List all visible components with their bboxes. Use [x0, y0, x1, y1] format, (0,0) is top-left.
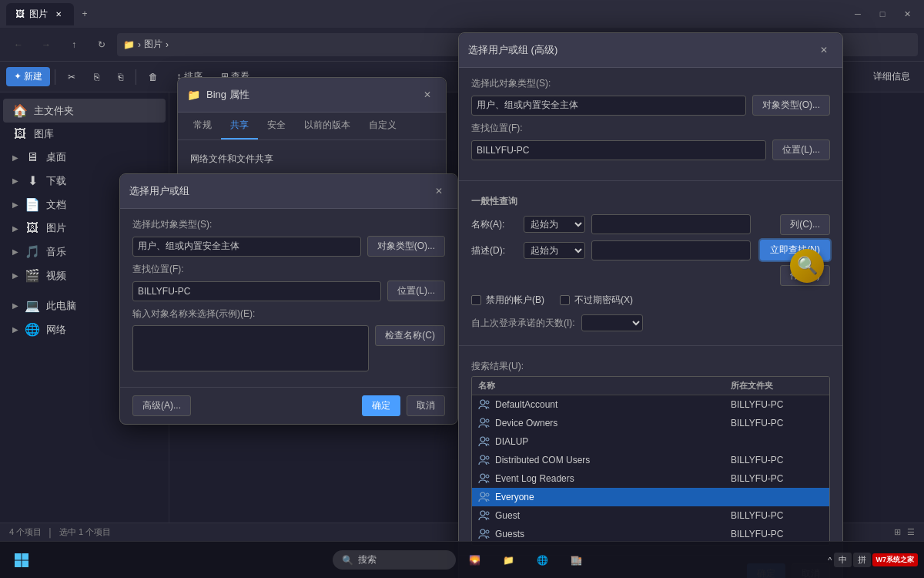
obj-type-row: 对象类型(O)... [132, 236, 445, 257]
desc-field-row: 描述(D): 起始为 [471, 240, 751, 260]
title-controls: ─ □ ✕ [847, 3, 918, 25]
bing-props-tabs: 常规 共享 安全 以前的版本 自定义 [178, 113, 446, 140]
list-btn[interactable]: 列(C)... [780, 214, 830, 235]
delete-btn[interactable]: 🗑 [141, 69, 166, 86]
desc-filter-input[interactable] [591, 240, 751, 260]
refresh-btn[interactable]: ↻ [89, 32, 114, 57]
sidebar-item-desktop[interactable]: ▶ 🖥 桌面 [3, 146, 166, 169]
maximize-btn[interactable]: □ [872, 3, 893, 25]
name-textarea[interactable] [132, 325, 369, 371]
taskbar-left [6, 545, 37, 576]
minimize-btn[interactable]: ─ [847, 3, 869, 25]
details-btn[interactable]: 详细信息 [865, 67, 918, 86]
adv-location-input[interactable] [471, 140, 766, 160]
taskbar-app-1[interactable]: 🌄 [459, 545, 490, 576]
result-row[interactable]: Guest BILLYFU-PC [472, 506, 829, 525]
explorer-tab[interactable]: 🖼 图片 ✕ [6, 3, 74, 25]
tab-security[interactable]: 安全 [258, 113, 295, 139]
advanced-title: 选择用户或组 (高级) [468, 43, 815, 57]
close-btn[interactable]: ✕ [896, 3, 918, 25]
tab-previous[interactable]: 以前的版本 [295, 113, 360, 139]
select-user-small-close-btn[interactable]: ✕ [430, 182, 448, 200]
no-expire-checkbox[interactable] [560, 295, 570, 305]
tab-share[interactable]: 共享 [221, 113, 258, 139]
svg-point-14 [480, 529, 485, 534]
result-row[interactable]: Event Log Readers BILLYFU-PC [472, 469, 829, 488]
obj-type-btn[interactable]: 对象类型(O)... [367, 236, 445, 257]
new-tab-btn[interactable]: + [74, 3, 95, 25]
ok-btn[interactable]: 确定 [362, 395, 400, 416]
bing-props-close-btn[interactable]: ✕ [418, 86, 437, 104]
disabled-acct-row: 禁用的帐户(B) [471, 294, 544, 307]
ime-zh[interactable]: 中 [834, 553, 852, 567]
forward-btn[interactable]: → [34, 32, 59, 57]
check-name-btn[interactable]: 检查名称(C) [375, 325, 445, 346]
up-btn[interactable]: ↑ [62, 32, 86, 57]
ime-pinyin[interactable]: 拼 [853, 553, 871, 567]
svg-point-6 [480, 455, 485, 460]
tab-close-btn[interactable]: ✕ [52, 8, 65, 20]
expand-icon: ▶ [12, 325, 18, 334]
adv-location-row: 位置(L)... [471, 139, 830, 160]
sidebar-item-gallery[interactable]: 🖼 图库 [3, 123, 166, 146]
copy-btn[interactable]: ⎘ [86, 69, 107, 86]
disabled-acct-checkbox[interactable] [471, 295, 481, 305]
svg-point-10 [480, 492, 485, 497]
result-row[interactable]: DIALUP [472, 432, 829, 451]
start-btn[interactable] [6, 545, 37, 576]
tab-custom[interactable]: 自定义 [360, 113, 406, 139]
cut-btn[interactable]: ✂ [60, 69, 83, 86]
result-row[interactable]: Device Owners BILLYFU-PC [472, 414, 829, 432]
tab-general[interactable]: 常规 [184, 113, 221, 139]
result-location-text: BILLYFU-PC [731, 399, 823, 410]
taskbar-app-4[interactable]: 🏬 [561, 545, 591, 576]
sidebar-item-label: 文档 [46, 198, 66, 212]
sidebar-item-label: 桌面 [46, 150, 66, 164]
paste-btn[interactable]: ⎗ [110, 69, 131, 86]
location-label: 查找位置(F): [132, 263, 445, 276]
days-select[interactable] [581, 314, 643, 331]
adv-obj-type-btn[interactable]: 对象类型(O)... [752, 95, 830, 116]
sidebar-item-label: 音乐 [46, 245, 66, 259]
svg-point-1 [486, 401, 489, 404]
sidebar-item-home[interactable]: 🏠 主文件夹 [3, 99, 166, 123]
view-list-icon[interactable]: ☰ [907, 527, 915, 537]
obj-type-input[interactable] [132, 237, 361, 257]
location-btn[interactable]: 位置(L)... [387, 281, 445, 301]
result-row[interactable]: DefaultAccount BILLYFU-PC [472, 395, 829, 414]
taskbar: 🔍 搜索 🌄 📁 🌐 🏬 ^ 中 拼 W7系统之家 [0, 541, 924, 578]
result-name-text: Guest [495, 510, 520, 521]
expand-icon: ▶ [12, 200, 18, 209]
adv-obj-type-input[interactable] [471, 96, 746, 116]
new-btn[interactable]: ✦ 新建 [6, 67, 50, 86]
col-name: 名称 [478, 380, 731, 391]
desc-filter-select[interactable]: 起始为 [524, 242, 585, 259]
taskbar-search[interactable]: 🔍 搜索 [333, 550, 456, 570]
taskbar-app-3[interactable]: 🌐 [527, 545, 557, 576]
downloads-icon: ⬇ [25, 173, 40, 188]
disabled-acct-label: 禁用的帐户(B) [486, 294, 544, 307]
desc-field-label: 描述(D): [471, 244, 517, 257]
location-input[interactable] [132, 281, 381, 301]
adv-location-btn[interactable]: 位置(L)... [772, 139, 830, 160]
name-filter-select[interactable]: 起始为 [524, 216, 585, 233]
cancel-btn[interactable]: 取消 [407, 395, 445, 416]
result-row[interactable]: Distributed COM Users BILLYFU-PC [472, 451, 829, 469]
bing-props-title: Bing 属性 [206, 88, 418, 102]
selected-count: 选中 1 个项目 [59, 526, 111, 538]
w7-brand-badge[interactable]: W7系统之家 [872, 553, 919, 566]
result-location-text: BILLYFU-PC [731, 529, 823, 539]
result-name-text: Distributed COM Users [495, 455, 590, 465]
share-section-title: 网络文件和文件共享 [190, 153, 434, 166]
network-icon: 🌐 [25, 322, 40, 337]
result-row[interactable]: Everyone [472, 488, 829, 506]
back-btn[interactable]: ← [6, 32, 31, 57]
taskbar-app-2[interactable]: 📁 [493, 545, 524, 576]
sep1 [459, 180, 842, 181]
svg-rect-26 [15, 560, 22, 567]
sidebar-item-label: 下载 [46, 174, 66, 188]
advanced-btn[interactable]: 高级(A)... [132, 395, 191, 416]
name-filter-input[interactable] [591, 214, 751, 234]
advanced-close-btn[interactable]: ✕ [815, 41, 833, 59]
view-toggle-icon[interactable]: ⊞ [894, 527, 901, 537]
